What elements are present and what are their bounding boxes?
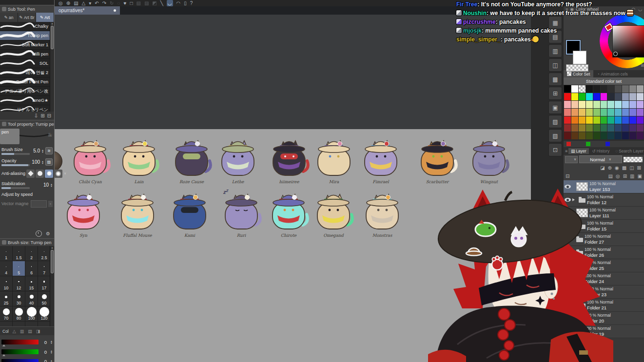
size-cell[interactable]: 100	[25, 306, 38, 321]
size-cell[interactable]: 25	[0, 291, 12, 306]
palette-swatch[interactable]	[586, 93, 593, 100]
subtool-tab-art[interactable]: ✎Art	[36, 13, 54, 22]
palette-swatch[interactable]	[564, 93, 571, 100]
value-stepper[interactable]: ▲▼	[41, 149, 44, 153]
panel-media-icon[interactable]: ▧	[548, 129, 562, 142]
palette-swatch[interactable]	[629, 93, 636, 100]
palette-swatch[interactable]	[637, 132, 644, 139]
color-ring-tab-icon[interactable]: ◡	[638, 7, 642, 12]
palette-swatch[interactable]	[601, 116, 607, 124]
expand-button[interactable]: ›	[48, 201, 53, 207]
palette-swatch[interactable]	[629, 116, 636, 124]
palette-swatch[interactable]	[564, 132, 571, 139]
panel-solid-icon[interactable]: ▣	[548, 101, 562, 114]
new-fill-icon[interactable]: ◎	[616, 173, 620, 179]
toolbar-loupe-icon[interactable]: ◎	[59, 0, 63, 6]
subtool-tab-an[interactable]: ✎an	[0, 13, 18, 22]
size-cell[interactable]: 70	[0, 306, 12, 321]
palette-swatch[interactable]	[571, 85, 578, 93]
green-stepper[interactable]: ▲▼	[50, 350, 53, 354]
clip-mask-icon[interactable]: ◪	[600, 165, 605, 171]
size-cell[interactable]: 5	[13, 261, 25, 276]
size-cell[interactable]: 7	[38, 261, 50, 276]
palette-swatch[interactable]	[615, 93, 622, 100]
transfer-icon[interactable]: ▥	[630, 173, 634, 179]
lock-icon[interactable]: ▩	[622, 165, 626, 171]
size-cell[interactable]: 2.5	[38, 246, 50, 261]
panel-cols-icon[interactable]: ▥	[548, 44, 562, 57]
layer-opacity-slider[interactable]	[624, 157, 643, 162]
size-cell[interactable]: 10	[0, 276, 12, 291]
palette-swatch[interactable]	[637, 101, 644, 108]
add-subtool-icon[interactable]: ⊞	[40, 113, 44, 118]
toolbar-folder-open-icon[interactable]: ▤	[74, 0, 78, 6]
visibility-eye-icon[interactable]	[565, 316, 571, 320]
size-cell[interactable]: 2	[25, 246, 38, 261]
recent-color-swatch[interactable]	[605, 142, 610, 146]
delete-subtool-icon[interactable]: ⊟	[47, 113, 51, 118]
palette-swatch[interactable]	[601, 124, 607, 132]
palette-swatch[interactable]	[586, 85, 593, 93]
layer-row[interactable]: 100 % NormalFolder 15	[564, 220, 644, 233]
palette-swatch[interactable]	[629, 101, 636, 108]
palette-swatch[interactable]	[622, 101, 629, 108]
toolbar-dropdown-icon[interactable]: ▾	[89, 0, 91, 6]
palette-swatch[interactable]	[579, 132, 585, 139]
palette-swatch[interactable]	[579, 109, 585, 116]
palette-swatch[interactable]	[622, 109, 629, 116]
palette-swatch[interactable]	[571, 93, 578, 100]
toolbar-select-rect-icon[interactable]: □	[130, 0, 133, 6]
vector-magnet-input[interactable]	[31, 200, 47, 208]
palette-swatch[interactable]	[564, 101, 571, 108]
green-slider[interactable]	[1, 349, 39, 354]
palette-swatch[interactable]	[571, 116, 578, 124]
property-option-button[interactable]: ▨	[45, 158, 53, 166]
color-slider-tab-icon[interactable]: ◠	[631, 7, 635, 12]
palette-swatch[interactable]	[579, 116, 585, 124]
delete-layer-icon[interactable]: ▣	[638, 173, 642, 179]
palette-swatch[interactable]	[629, 132, 636, 139]
palette-swatch[interactable]	[564, 109, 571, 116]
size-cell[interactable]: 6	[25, 261, 38, 276]
size-cell[interactable]: 17	[38, 276, 50, 291]
palette-swatch[interactable]	[593, 132, 600, 139]
visibility-eye-icon[interactable]	[565, 250, 571, 254]
size-cell[interactable]: 15	[25, 276, 38, 291]
palette-swatch[interactable]	[637, 124, 644, 132]
palette-swatch[interactable]	[586, 132, 593, 139]
aa-none-button[interactable]	[26, 170, 35, 178]
palette-swatch[interactable]	[586, 116, 593, 124]
property-option-button[interactable]: ≋	[45, 147, 53, 154]
palette-swatch[interactable]	[564, 85, 571, 93]
sv-selector[interactable]	[613, 52, 618, 56]
visibility-eye-icon[interactable]	[565, 277, 571, 281]
brush-item[interactable]: リアルミリペン	[0, 105, 50, 112]
palette-swatch[interactable]	[607, 116, 614, 124]
palette-swatch[interactable]	[571, 124, 578, 132]
palette-swatch[interactable]	[593, 93, 600, 100]
canvas[interactable]: Chibi CyanLainRoze CauseLethehiimeireeMi…	[55, 129, 531, 362]
red-slider[interactable]	[1, 340, 39, 344]
toolbar-snap-ruler-icon[interactable]: ╲	[160, 0, 163, 6]
toolbar-redo-icon[interactable]: ↷	[102, 0, 106, 6]
red-stepper[interactable]: ▲▼	[50, 340, 53, 344]
document-tab[interactable]: opurratives*	[55, 6, 120, 15]
visibility-eye-icon[interactable]	[565, 290, 571, 294]
size-cell[interactable]: 50	[38, 291, 50, 306]
visibility-eye-icon[interactable]	[565, 264, 571, 267]
brush-item[interactable]: Milli pen	[0, 50, 50, 59]
alpha-lock-icon[interactable]: ◫	[629, 165, 634, 171]
tab-search-layer[interactable]: ◌Search Layer	[613, 148, 644, 154]
size-cell[interactable]: 120	[38, 306, 50, 321]
palette-swatch[interactable]	[622, 93, 629, 100]
property-slider[interactable]	[1, 187, 30, 189]
toolbar-select-shade2-icon[interactable]: ▨	[144, 0, 149, 6]
expand-arrow-icon[interactable]	[572, 304, 577, 306]
palette-swatch[interactable]	[607, 124, 614, 132]
palette-swatch[interactable]	[637, 109, 644, 116]
palette-swatch[interactable]	[629, 109, 636, 116]
tab-layer[interactable]: ▤Layer	[568, 148, 588, 154]
panel-rows-icon[interactable]: ▤	[548, 30, 562, 43]
layer-row[interactable]: 100 % NormalFolder 20	[564, 312, 644, 325]
brush-item[interactable]: アニメ塗り用Gペン改	[0, 87, 50, 96]
